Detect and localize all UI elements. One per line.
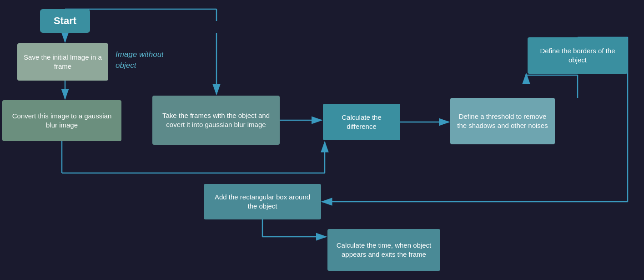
threshold-label: Define a threshold to remove the shadows…: [457, 112, 548, 131]
gaussian1-box: Convert this image to a gaussian blur im…: [2, 100, 121, 141]
save-box: Save the initial Image in a frame: [17, 43, 108, 81]
rectangle-box: Add the rectangular box around the objec…: [204, 184, 321, 219]
start-box: Start: [40, 9, 90, 33]
annotation-line2: object: [116, 61, 136, 70]
frames-box: Take the frames with the object and cove…: [152, 96, 280, 145]
time-box: Calculate the time, when object appears …: [327, 229, 440, 271]
diagram-container: Start Save the initial Image in a frame …: [0, 0, 644, 280]
start-label: Start: [54, 14, 76, 28]
borders-box: Define the borders of the object: [528, 37, 628, 74]
borders-label: Define the borders of the object: [534, 46, 621, 65]
difference-box: Calculate the difference: [323, 104, 400, 140]
annotation-image-without: Image without object: [116, 49, 164, 71]
time-label: Calculate the time, when object appears …: [334, 241, 434, 260]
threshold-box: Define a threshold to remove the shadows…: [450, 98, 555, 144]
gaussian1-label: Convert this image to a gaussian blur im…: [9, 112, 115, 130]
rectangle-label: Add the rectangular box around the objec…: [210, 193, 315, 211]
frames-label: Take the frames with the object and cove…: [159, 111, 273, 130]
annotation-line1: Image without: [116, 50, 164, 59]
difference-label: Calculate the difference: [329, 113, 394, 132]
save-label: Save the initial Image in a frame: [24, 53, 102, 71]
